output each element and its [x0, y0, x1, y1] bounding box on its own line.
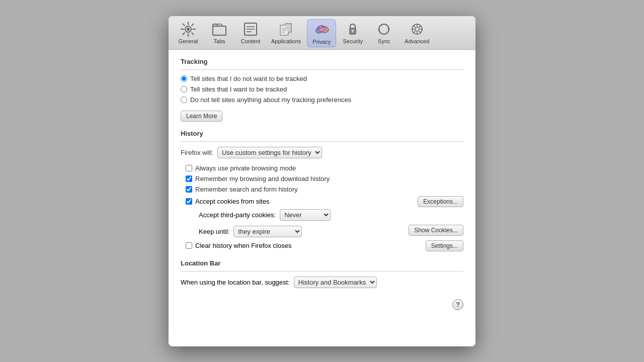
location-bar-divider	[181, 271, 463, 272]
third-party-label: Accept third-party cookies:	[199, 211, 276, 219]
sync-label: Sync	[378, 38, 390, 44]
preferences-window: General Tabs Content	[169, 16, 475, 346]
clear-history-checkbox[interactable]	[186, 242, 192, 249]
sync-icon	[376, 21, 392, 37]
private-browsing-checkbox[interactable]	[186, 165, 192, 171]
no-pref-label[interactable]: Do not tell sites anything about my trac…	[190, 96, 351, 104]
security-icon	[345, 21, 361, 37]
location-bar-title: Location Bar	[181, 259, 463, 267]
general-icon	[180, 21, 196, 37]
show-cookies-button[interactable]: Show Cookies...	[409, 225, 463, 236]
clear-history-label[interactable]: Clear history when Firefox closes	[195, 242, 291, 249]
privacy-icon	[313, 22, 330, 38]
content-label: Content	[241, 38, 261, 44]
toolbar-item-security[interactable]: Security	[338, 19, 367, 47]
clear-history-row: Clear history when Firefox closes Settin…	[181, 240, 463, 251]
location-bar-section: Location Bar When using the location bar…	[181, 259, 463, 288]
svg-marker-19	[378, 29, 380, 32]
svg-rect-2	[213, 26, 226, 35]
search-history-label[interactable]: Remember search and form history	[195, 186, 298, 193]
no-pref-radio[interactable]	[181, 97, 187, 103]
toolbar-item-advanced[interactable]: Advanced	[400, 19, 433, 47]
applications-label: Applications	[271, 38, 301, 44]
tracking-title: Tracking	[181, 58, 463, 65]
advanced-icon	[409, 21, 425, 37]
track-label[interactable]: Tell sites that I want to be tracked	[190, 85, 287, 93]
firefox-will-label: Firefox will:	[181, 149, 213, 156]
firefox-will-row: Firefox will: Use custom settings for hi…	[181, 147, 463, 158]
keep-until-row: Keep until: they expire I close Firefox …	[199, 226, 409, 237]
toolbar-item-applications[interactable]: Applications	[267, 19, 305, 47]
toolbar-item-content[interactable]: Content	[236, 19, 265, 47]
advanced-label: Advanced	[405, 38, 429, 44]
third-party-select[interactable]: Never Always From visited	[280, 209, 331, 221]
clear-history-check[interactable]: Clear history when Firefox closes	[181, 242, 426, 249]
content-icon	[243, 21, 259, 37]
browsing-history-checkbox[interactable]	[186, 175, 192, 182]
private-browsing-item[interactable]: Always use private browsing mode	[186, 164, 463, 172]
suggest-label: When using the location bar, suggest:	[181, 279, 290, 286]
history-divider	[181, 141, 463, 142]
tracking-radio-track[interactable]: Tell sites that I want to be tracked	[181, 85, 463, 93]
location-bar-row: When using the location bar, suggest: Hi…	[181, 277, 463, 288]
history-section: History Firefox will: Use custom setting…	[181, 130, 463, 251]
learn-more-button[interactable]: Learn More	[181, 111, 222, 122]
private-browsing-label[interactable]: Always use private browsing mode	[195, 164, 296, 172]
keep-until-select[interactable]: they expire I close Firefox ask me every…	[233, 226, 302, 237]
tracking-radio-group: Tell sites that I do not want to be trac…	[181, 75, 463, 104]
content-area: Tracking Tell sites that I do not want t…	[169, 50, 475, 346]
general-label: General	[178, 38, 198, 44]
accept-cookies-check[interactable]: Accept cookies from sites	[186, 198, 418, 205]
track-radio[interactable]	[181, 86, 187, 93]
keep-until-label: Keep until:	[199, 228, 229, 235]
browsing-history-label[interactable]: Remember my browsing and download histor…	[195, 175, 330, 183]
svg-point-16	[352, 30, 354, 32]
third-party-row: Accept third-party cookies: Never Always…	[181, 209, 463, 221]
applications-icon	[278, 21, 294, 37]
toolbar-item-privacy[interactable]: Privacy	[307, 19, 336, 47]
svg-marker-18	[388, 26, 390, 29]
toolbar: General Tabs Content	[169, 16, 475, 50]
suggest-select[interactable]: History and Bookmarks History Bookmarks …	[294, 277, 377, 288]
toolbar-item-general[interactable]: General	[174, 19, 203, 47]
svg-point-1	[187, 28, 190, 31]
no-track-radio[interactable]	[181, 75, 187, 82]
accept-cookies-checkbox[interactable]	[186, 198, 192, 205]
tracking-section: Tracking Tell sites that I do not want t…	[181, 58, 463, 122]
settings-button[interactable]: Settings...	[426, 240, 463, 251]
tracking-divider	[181, 69, 463, 70]
history-title: History	[181, 130, 463, 137]
exceptions-button[interactable]: Exceptions...	[418, 196, 463, 207]
tabs-icon	[211, 21, 227, 37]
browsing-history-item[interactable]: Remember my browsing and download histor…	[186, 175, 463, 183]
accept-cookies-label[interactable]: Accept cookies from sites	[195, 198, 269, 205]
tracking-radio-no-pref[interactable]: Do not tell sites anything about my trac…	[181, 96, 463, 104]
no-track-label[interactable]: Tell sites that I do not want to be trac…	[190, 75, 307, 82]
toolbar-item-tabs[interactable]: Tabs	[205, 19, 234, 47]
privacy-label: Privacy	[312, 39, 331, 45]
toolbar-item-sync[interactable]: Sync	[369, 19, 398, 47]
firefox-will-select[interactable]: Use custom settings for history Remember…	[217, 147, 322, 158]
search-history-checkbox[interactable]	[186, 186, 192, 193]
search-history-item[interactable]: Remember search and form history	[186, 186, 463, 193]
help-row: ?	[181, 296, 463, 310]
svg-point-14	[320, 28, 323, 31]
security-label: Security	[343, 38, 363, 44]
svg-point-21	[415, 27, 419, 31]
tabs-label: Tabs	[213, 38, 225, 44]
keep-until-wrapper: Keep until: they expire I close Firefox …	[181, 224, 463, 237]
history-checkboxes: Always use private browsing mode Remembe…	[181, 164, 463, 207]
tracking-radio-no-track[interactable]: Tell sites that I do not want to be trac…	[181, 75, 463, 82]
help-button[interactable]: ?	[452, 299, 463, 310]
accept-cookies-row: Accept cookies from sites Exceptions...	[186, 196, 463, 207]
